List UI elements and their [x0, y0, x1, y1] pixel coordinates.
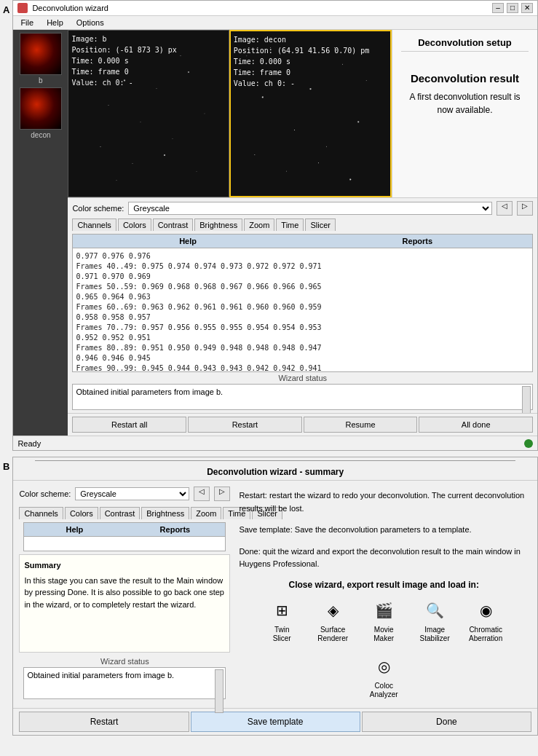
bottom-buttons-a: Restart all Restart Resume All done [68, 413, 537, 436]
menu-file[interactable]: File [17, 17, 36, 28]
resume-button[interactable]: Resume [304, 417, 418, 433]
help-reports-header-b: Help Reports [24, 523, 225, 537]
center-right: Image: b Position: (-61 873 3) px Time: … [68, 30, 537, 436]
section-b-wrapper: B Deconvolution wizard - summary Color s… [0, 457, 538, 737]
thumb-decon[interactable] [20, 87, 62, 130]
color-scheme-row-b: Color scheme: Greyscale ◁ ▷ [19, 487, 230, 501]
image-stabilizer-label: ImageStabilizer [420, 626, 450, 643]
thumb-decon-label: decon [31, 131, 50, 139]
tab-colors-b[interactable]: Colors [65, 507, 98, 519]
export-title: Close wizard, export result image and lo… [239, 580, 529, 590]
chromatic-aberration-icon: ◉ [472, 597, 499, 623]
wizard-status-text-b: Obtained initial parameters from image b… [27, 671, 174, 680]
status-bar-a: Ready [13, 436, 537, 450]
coloc-analyzer-label: ColocAnalyzer [370, 682, 398, 699]
color-scheme-btn1[interactable]: ◁ [497, 201, 513, 216]
help-label: Help [73, 235, 302, 248]
menu-options[interactable]: Options [74, 17, 107, 28]
restart-button-b[interactable]: Restart [19, 712, 189, 732]
export-icons-row: ⊞ TwinSlicer ◈ SurfaceRenderer 🎬 MovieMa… [239, 597, 529, 699]
reports-label: Reports [303, 235, 532, 248]
wizard-status-box-b: Obtained initial parameters from image b… [23, 667, 226, 699]
maximize-button[interactable]: □ [507, 3, 518, 13]
section-b-label: B [0, 460, 12, 473]
wizard-status-a: Wizard status Obtained initial parameter… [72, 372, 533, 410]
help-reports-a: Help Reports 0.977 0.976 0.976 Frames 40… [72, 234, 533, 372]
tab-channels[interactable]: Channels [72, 218, 116, 231]
save-template-button[interactable]: Save template [191, 712, 360, 732]
export-movie-maker[interactable]: 🎬 MovieMaker [363, 597, 404, 643]
color-scheme-btn2[interactable]: ▷ [517, 201, 533, 216]
color-scheme-select[interactable]: Greyscale [128, 202, 492, 215]
window-title: Deconvolution wizard [32, 4, 108, 12]
b-title-text: Deconvolution wizard - summary [13, 464, 537, 481]
tab-brightness[interactable]: Brightness [194, 218, 242, 231]
tab-colors[interactable]: Colors [118, 218, 151, 231]
left-panel-a: b decon [13, 30, 68, 436]
twin-slicer-icon: ⊞ [269, 597, 295, 623]
tab-channels-b[interactable]: Channels [19, 507, 63, 519]
wizard-status-box-a: Obtained initial parameters from image b… [72, 384, 533, 410]
color-scheme-btn2-b[interactable]: ▷ [214, 487, 230, 501]
menubar-a: File Help Options [13, 16, 537, 30]
image-info-decon: Image: decon Position: (64.91 41.56 0.70… [234, 34, 370, 89]
tabs-row-b: Channels Colors Contrast Brightness Zoom… [19, 507, 230, 519]
restart-button[interactable]: Restart [188, 417, 302, 433]
tab-time[interactable]: Time [276, 218, 304, 231]
section-b-title: Deconvolution wizard - summary [13, 460, 537, 481]
menu-help[interactable]: Help [44, 17, 66, 28]
image-view-decon: Image: decon Position: (64.91 41.56 0.70… [229, 30, 392, 197]
tab-contrast[interactable]: Contrast [153, 218, 194, 231]
wizard-status-scroll-b[interactable] [215, 669, 223, 713]
tab-brightness-b[interactable]: Brightness [141, 507, 189, 519]
color-scheme-btn1-b[interactable]: ◁ [194, 487, 210, 501]
tab-slicer[interactable]: Slicer [305, 218, 336, 231]
done-button[interactable]: Done [362, 712, 531, 732]
tab-contrast-b[interactable]: Contrast [100, 507, 141, 519]
image-stabilizer-icon: 🔍 [422, 597, 448, 623]
export-image-stabilizer[interactable]: 🔍 ImageStabilizer [414, 597, 455, 643]
section-b-content: Color scheme: Greyscale ◁ ▷ Channels Col… [13, 484, 537, 705]
tab-zoom-b[interactable]: Zoom [191, 507, 221, 519]
surface-renderer-label: SurfaceRenderer [317, 626, 348, 643]
minimize-button[interactable]: – [492, 3, 504, 13]
right-panel-title: Deconvolution setup [401, 37, 529, 52]
summary-box-b: Summary In this stage you can save the r… [19, 554, 230, 653]
deconv-result-text: A first deconvolution result is now avai… [401, 90, 529, 117]
section-b-left: Color scheme: Greyscale ◁ ▷ Channels Col… [19, 487, 230, 702]
all-done-button[interactable]: All done [419, 417, 533, 433]
restart-all-button[interactable]: Restart all [72, 417, 186, 433]
status-text-a: Ready [17, 439, 41, 448]
right-done-text: Done: quit the wizard and export the dec… [239, 546, 529, 571]
status-indicator [524, 439, 533, 448]
help-reports-b: Help Reports [23, 522, 226, 551]
movie-maker-icon: 🎬 [371, 597, 397, 623]
summary-title: Summary [24, 559, 225, 572]
tabs-row-a: Channels Colors Contrast Brightness Zoom… [72, 218, 533, 231]
export-chromatic-aberration[interactable]: ◉ ChromaticAberration [465, 597, 506, 643]
section-b-right: Restart: restart the wizard to redo your… [236, 487, 531, 702]
color-scheme-label: Color scheme: [72, 204, 124, 213]
movie-maker-label: MovieMaker [373, 626, 394, 643]
export-surface-renderer[interactable]: ◈ SurfaceRenderer [312, 597, 353, 643]
right-save-template-text: Save template: Save the deconvolution pa… [239, 524, 529, 537]
wizard-status-scroll-a[interactable] [522, 386, 531, 413]
help-reports-content-a[interactable]: 0.977 0.976 0.976 Frames 40..49: 0.975 0… [73, 248, 532, 371]
section-a-wrapper: A Deconvolution wizard – □ ✕ File Help O… [0, 0, 538, 452]
image-info-b: Image: b Position: (-61 873 3) px Time: … [71, 34, 177, 88]
image-view-b: Image: b Position: (-61 873 3) px Time: … [68, 30, 229, 197]
app-icon [17, 3, 28, 13]
right-restart-text: Restart: restart the wizard to redo your… [239, 489, 529, 515]
export-twin-slicer[interactable]: ⊞ TwinSlicer [261, 597, 302, 643]
toolbar-a: Color scheme: Greyscale ◁ ▷ Channels Col… [68, 197, 537, 234]
tab-zoom[interactable]: Zoom [244, 218, 274, 231]
wizard-status-label-b: Wizard status [23, 655, 226, 667]
color-scheme-select-b[interactable]: Greyscale [75, 487, 189, 500]
thumb-b[interactable] [20, 33, 62, 75]
chromatic-aberration-label: ChromaticAberration [469, 626, 502, 643]
surface-renderer-icon: ◈ [320, 597, 346, 623]
export-coloc-analyzer[interactable]: ◎ ColocAnalyzer [363, 653, 404, 699]
help-reports-text: 0.977 0.976 0.976 Frames 40..49: 0.975 0… [76, 251, 529, 371]
deconv-result-title: Deconvolution result [401, 72, 529, 84]
close-button[interactable]: ✕ [521, 3, 533, 13]
